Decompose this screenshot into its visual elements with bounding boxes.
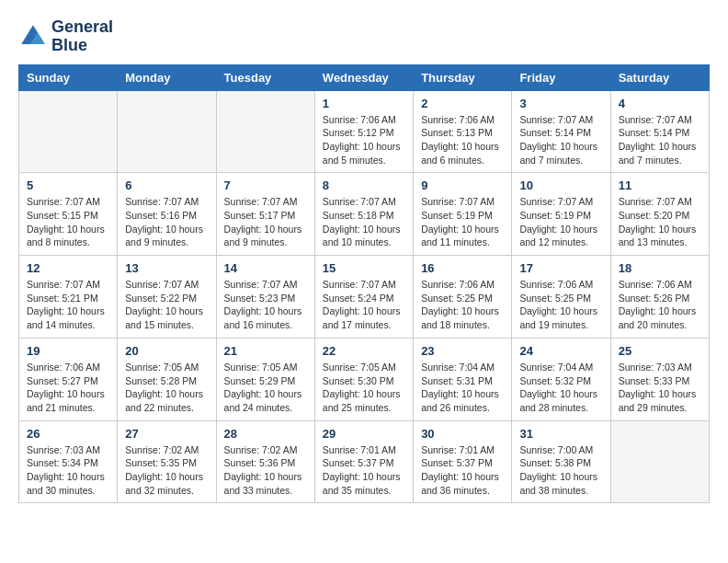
day-cell (118, 90, 216, 173)
day-cell: 19Sunrise: 7:06 AMSunset: 5:27 PMDayligh… (19, 338, 118, 420)
day-number: 13 (125, 261, 208, 275)
day-info: Sunrise: 7:02 AMSunset: 5:35 PMDaylight:… (125, 443, 208, 498)
day-number: 4 (619, 97, 701, 110)
day-cell: 13Sunrise: 7:07 AMSunset: 5:22 PMDayligh… (118, 256, 216, 339)
day-info: Sunrise: 7:07 AMSunset: 5:14 PMDaylight:… (519, 113, 602, 167)
day-cell: 18Sunrise: 7:06 AMSunset: 5:26 PMDayligh… (610, 256, 709, 339)
day-info: Sunrise: 7:02 AMSunset: 5:36 PMDaylight:… (224, 443, 307, 498)
day-info: Sunrise: 7:06 AMSunset: 5:12 PMDaylight:… (323, 113, 405, 167)
day-number: 28 (224, 427, 307, 441)
day-info: Sunrise: 7:05 AMSunset: 5:29 PMDaylight:… (224, 361, 307, 415)
day-info: Sunrise: 7:06 AMSunset: 5:27 PMDaylight:… (27, 361, 109, 415)
day-info: Sunrise: 7:07 AMSunset: 5:17 PMDaylight:… (224, 195, 307, 249)
day-cell: 29Sunrise: 7:01 AMSunset: 5:37 PMDayligh… (314, 420, 413, 503)
day-cell: 15Sunrise: 7:07 AMSunset: 5:24 PMDayligh… (314, 256, 413, 339)
day-cell: 2Sunrise: 7:06 AMSunset: 5:13 PMDaylight… (414, 90, 512, 173)
day-number: 25 (619, 344, 701, 358)
day-number: 20 (125, 344, 208, 358)
day-info: Sunrise: 7:06 AMSunset: 5:25 PMDaylight:… (519, 278, 602, 332)
page-header: General Blue (18, 18, 710, 55)
week-row-4: 19Sunrise: 7:06 AMSunset: 5:27 PMDayligh… (19, 338, 710, 420)
day-cell: 16Sunrise: 7:06 AMSunset: 5:25 PMDayligh… (414, 256, 512, 339)
day-info: Sunrise: 7:06 AMSunset: 5:13 PMDaylight:… (421, 113, 504, 167)
day-cell (610, 420, 709, 503)
day-info: Sunrise: 7:05 AMSunset: 5:30 PMDaylight:… (323, 361, 405, 415)
day-number: 30 (421, 427, 504, 441)
day-number: 18 (619, 261, 701, 275)
day-info: Sunrise: 7:05 AMSunset: 5:28 PMDaylight:… (125, 361, 208, 415)
day-number: 29 (323, 427, 405, 441)
day-cell (19, 90, 118, 173)
day-number: 5 (27, 178, 109, 192)
day-number: 2 (421, 97, 504, 110)
day-number: 31 (519, 427, 602, 441)
day-info: Sunrise: 7:04 AMSunset: 5:31 PMDaylight:… (421, 361, 504, 415)
day-cell: 5Sunrise: 7:07 AMSunset: 5:15 PMDaylight… (19, 173, 118, 256)
week-row-2: 5Sunrise: 7:07 AMSunset: 5:15 PMDaylight… (19, 173, 710, 256)
day-number: 21 (224, 344, 307, 358)
day-number: 22 (323, 344, 405, 358)
day-cell: 17Sunrise: 7:06 AMSunset: 5:25 PMDayligh… (512, 256, 610, 339)
day-number: 17 (519, 261, 602, 275)
day-info: Sunrise: 7:04 AMSunset: 5:32 PMDaylight:… (519, 361, 602, 415)
day-info: Sunrise: 7:07 AMSunset: 5:24 PMDaylight:… (323, 278, 405, 332)
day-number: 10 (519, 178, 602, 192)
day-number: 27 (125, 427, 208, 441)
weekday-header-row: SundayMondayTuesdayWednesdayThursdayFrid… (19, 64, 710, 90)
day-number: 15 (323, 261, 405, 275)
day-number: 24 (519, 344, 602, 358)
day-info: Sunrise: 7:07 AMSunset: 5:16 PMDaylight:… (125, 195, 208, 249)
day-info: Sunrise: 7:06 AMSunset: 5:25 PMDaylight:… (421, 278, 504, 332)
day-number: 16 (421, 261, 504, 275)
day-cell: 7Sunrise: 7:07 AMSunset: 5:17 PMDaylight… (216, 173, 314, 256)
day-cell: 30Sunrise: 7:01 AMSunset: 5:37 PMDayligh… (414, 420, 512, 503)
day-info: Sunrise: 7:07 AMSunset: 5:15 PMDaylight:… (27, 195, 109, 249)
weekday-header-wednesday: Wednesday (314, 64, 413, 90)
day-info: Sunrise: 7:03 AMSunset: 5:33 PMDaylight:… (619, 361, 701, 415)
day-cell: 20Sunrise: 7:05 AMSunset: 5:28 PMDayligh… (118, 338, 216, 420)
day-cell: 21Sunrise: 7:05 AMSunset: 5:29 PMDayligh… (216, 338, 314, 420)
logo-icon (18, 22, 48, 52)
logo: General Blue (18, 18, 113, 55)
day-number: 23 (421, 344, 504, 358)
weekday-header-friday: Friday (512, 64, 610, 90)
day-info: Sunrise: 7:06 AMSunset: 5:26 PMDaylight:… (619, 278, 701, 332)
weekday-header-thursday: Thursday (414, 64, 512, 90)
day-cell: 6Sunrise: 7:07 AMSunset: 5:16 PMDaylight… (118, 173, 216, 256)
day-cell: 25Sunrise: 7:03 AMSunset: 5:33 PMDayligh… (610, 338, 709, 420)
day-info: Sunrise: 7:07 AMSunset: 5:22 PMDaylight:… (125, 278, 208, 332)
day-cell: 4Sunrise: 7:07 AMSunset: 5:14 PMDaylight… (610, 90, 709, 173)
day-cell: 24Sunrise: 7:04 AMSunset: 5:32 PMDayligh… (512, 338, 610, 420)
day-cell: 8Sunrise: 7:07 AMSunset: 5:18 PMDaylight… (314, 173, 413, 256)
day-cell: 14Sunrise: 7:07 AMSunset: 5:23 PMDayligh… (216, 256, 314, 339)
week-row-5: 26Sunrise: 7:03 AMSunset: 5:34 PMDayligh… (19, 420, 710, 503)
day-info: Sunrise: 7:07 AMSunset: 5:20 PMDaylight:… (619, 195, 701, 249)
calendar-table: SundayMondayTuesdayWednesdayThursdayFrid… (18, 64, 710, 504)
day-number: 12 (27, 261, 109, 275)
day-info: Sunrise: 7:07 AMSunset: 5:18 PMDaylight:… (323, 195, 405, 249)
day-number: 8 (323, 178, 405, 192)
day-number: 11 (619, 178, 701, 192)
day-cell: 10Sunrise: 7:07 AMSunset: 5:19 PMDayligh… (512, 173, 610, 256)
weekday-header-saturday: Saturday (610, 64, 709, 90)
day-number: 3 (519, 97, 602, 110)
day-info: Sunrise: 7:01 AMSunset: 5:37 PMDaylight:… (421, 443, 504, 498)
day-info: Sunrise: 7:07 AMSunset: 5:21 PMDaylight:… (27, 278, 109, 332)
day-cell: 11Sunrise: 7:07 AMSunset: 5:20 PMDayligh… (610, 173, 709, 256)
day-cell: 22Sunrise: 7:05 AMSunset: 5:30 PMDayligh… (314, 338, 413, 420)
day-info: Sunrise: 7:01 AMSunset: 5:37 PMDaylight:… (323, 443, 405, 498)
day-number: 6 (125, 178, 208, 192)
day-number: 9 (421, 178, 504, 192)
day-number: 7 (224, 178, 307, 192)
day-cell: 27Sunrise: 7:02 AMSunset: 5:35 PMDayligh… (118, 420, 216, 503)
day-number: 26 (27, 427, 109, 441)
day-cell (216, 90, 314, 173)
day-info: Sunrise: 7:07 AMSunset: 5:14 PMDaylight:… (619, 113, 701, 167)
day-cell: 12Sunrise: 7:07 AMSunset: 5:21 PMDayligh… (19, 256, 118, 339)
weekday-header-monday: Monday (118, 64, 216, 90)
day-info: Sunrise: 7:07 AMSunset: 5:19 PMDaylight:… (421, 195, 504, 249)
day-info: Sunrise: 7:00 AMSunset: 5:38 PMDaylight:… (519, 443, 602, 498)
day-cell: 3Sunrise: 7:07 AMSunset: 5:14 PMDaylight… (512, 90, 610, 173)
day-cell: 26Sunrise: 7:03 AMSunset: 5:34 PMDayligh… (19, 420, 118, 503)
day-cell: 1Sunrise: 7:06 AMSunset: 5:12 PMDaylight… (314, 90, 413, 173)
